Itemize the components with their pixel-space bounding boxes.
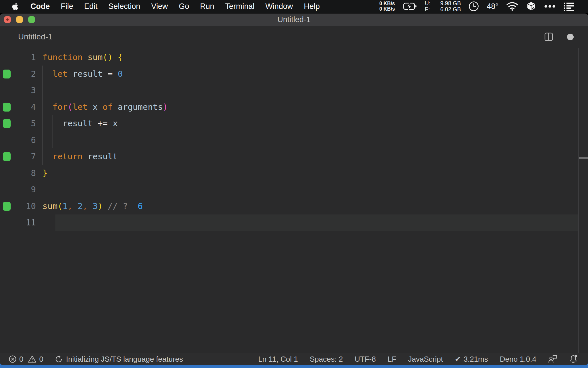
menu-view[interactable]: View [146, 2, 173, 11]
code-line-4: for(let x of arguments) [42, 99, 168, 116]
window-titlebar[interactable]: Untitled-1 [0, 14, 588, 26]
eol-setting[interactable]: LF [388, 355, 396, 364]
menu-selection[interactable]: Selection [103, 2, 146, 11]
statusbar-right: Ln 11, Col 1 Spaces: 2 UTF-8 LF JavaScri… [258, 354, 588, 364]
code-line-5: result += x [42, 115, 118, 132]
coverage-square-line-10 [3, 202, 11, 211]
modified-indicator-dot [567, 34, 574, 40]
line-number-1: 1 [17, 49, 36, 66]
current-line-highlight [55, 214, 578, 231]
macos-menubar: Code FileEditSelectionViewGoRunTerminalW… [0, 0, 588, 13]
language-mode[interactable]: JavaScript [408, 355, 443, 364]
menubar-menus: FileEditSelectionViewGoRunTerminalWindow… [55, 2, 325, 11]
editor-tab-bar: Untitled-1 [0, 26, 588, 48]
menu-file[interactable]: File [55, 2, 79, 11]
menu-app-code[interactable]: Code [25, 2, 55, 11]
menu-window[interactable]: Window [260, 2, 298, 11]
language-status-message: Initializing JS/TS language features [55, 355, 183, 364]
mem-used-value: 9.98 GB [440, 0, 461, 6]
vscode-window: Untitled-1 Untitled-1 1234567891011 func… [0, 14, 588, 365]
menubar-status-area: 0 KB/s 0 KB/s U: 9.98 GB F: 6.02 GB [379, 0, 588, 12]
warning-count: 0 [39, 355, 43, 364]
error-count: 0 [19, 355, 23, 364]
code-line-7: return result [42, 148, 118, 165]
code-line-8: } [42, 165, 47, 182]
mem-free-label: F: [425, 6, 434, 12]
line-number-9: 9 [17, 181, 36, 198]
quokka-time-value: 3.21ms [464, 355, 488, 364]
cursor-position[interactable]: Ln 11, Col 1 [258, 355, 298, 364]
problems-indicator[interactable]: 0 0 [9, 355, 43, 364]
line-number-10: 10 [17, 198, 36, 215]
code-line-1: function sum() { [42, 49, 123, 66]
menu-run[interactable]: Run [195, 2, 220, 11]
menu-help[interactable]: Help [298, 2, 325, 11]
clock-icon[interactable] [469, 1, 479, 12]
list-menu-icon[interactable] [563, 2, 574, 11]
wifi-icon[interactable] [506, 2, 518, 11]
statusbar-left: 0 0 Initializing JS/TS language features [0, 355, 183, 364]
menu-go[interactable]: Go [173, 2, 195, 11]
temperature-indicator[interactable]: 48° [487, 2, 498, 11]
net-down: 0 KB/s [379, 6, 395, 12]
scrollbar-cursor-marker [579, 157, 588, 159]
menubar-left: Code FileEditSelectionViewGoRunTerminalW… [0, 2, 325, 11]
battery-charging-icon[interactable] [403, 2, 417, 11]
sync-icon [55, 355, 63, 363]
quokka-run-time[interactable]: ✔ 3.21ms [455, 355, 488, 364]
tab-untitled-1[interactable]: Untitled-1 [0, 32, 53, 41]
network-speed-indicator[interactable]: 0 KB/s 0 KB/s [379, 1, 395, 12]
split-editor-icon[interactable] [544, 32, 553, 41]
line-number-3: 3 [17, 82, 36, 99]
screen: Code FileEditSelectionViewGoRunTerminalW… [0, 0, 588, 368]
mem-free-value: 6.02 GB [440, 6, 461, 12]
code-line-2: let result = 0 [42, 66, 123, 83]
status-bar: 0 0 Initializing JS/TS language features [0, 353, 588, 365]
deno-version[interactable]: Deno 1.0.4 [500, 355, 536, 364]
line-number-7: 7 [17, 148, 36, 165]
mem-used-label: U: [425, 0, 434, 6]
menu-terminal[interactable]: Terminal [220, 2, 260, 11]
code-line-10: sum(1, 2, 3) // ? 6 [42, 198, 143, 215]
coverage-square-line-4 [3, 103, 11, 112]
more-dots-icon[interactable] [544, 5, 556, 8]
line-number-2: 2 [17, 66, 36, 83]
coverage-square-line-7 [3, 152, 11, 161]
line-number-4: 4 [17, 99, 36, 116]
encoding-setting[interactable]: UTF-8 [355, 355, 376, 364]
line-number-11: 11 [17, 214, 36, 231]
apple-logo-icon[interactable] [12, 2, 19, 11]
window-title: Untitled-1 [0, 14, 588, 26]
line-number-6: 6 [17, 132, 36, 149]
check-icon: ✔ [455, 355, 461, 363]
notifications-bell-icon[interactable] [569, 354, 578, 364]
menu-edit[interactable]: Edit [79, 2, 103, 11]
feedback-icon[interactable] [548, 355, 557, 363]
line-number-5: 5 [17, 115, 36, 132]
overview-ruler[interactable] [578, 48, 579, 353]
editor-actions [544, 32, 588, 41]
coverage-square-line-2 [3, 70, 11, 78]
net-up: 0 KB/s [379, 1, 395, 6]
status-message-text: Initializing JS/TS language features [66, 355, 183, 364]
line-number-8: 8 [17, 165, 36, 182]
indentation-setting[interactable]: Spaces: 2 [310, 355, 343, 364]
coverage-square-line-5 [3, 119, 11, 128]
app-cube-icon[interactable] [526, 1, 536, 12]
memory-usage-indicator[interactable]: U: 9.98 GB F: 6.02 GB [425, 0, 461, 12]
code-editor[interactable]: 1234567891011 function sum() { let resul… [0, 48, 588, 353]
